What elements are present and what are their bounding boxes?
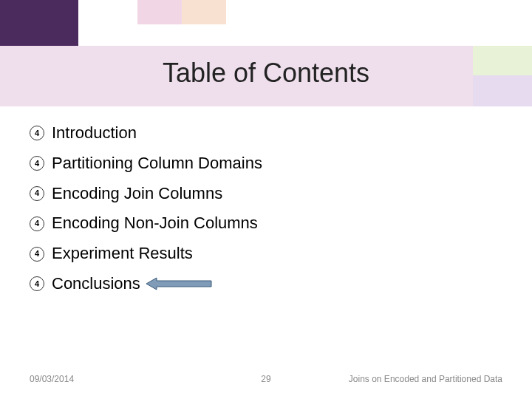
decor-block-purple xyxy=(0,0,78,46)
slide-footer: 09/03/2014 29 Joins on Encoded and Parti… xyxy=(0,374,532,384)
decor-block-peach xyxy=(182,0,226,24)
decor-block-pink xyxy=(137,0,182,24)
list-item: 4 Encoding Non-Join Columns xyxy=(30,208,502,239)
slide: Table of Contents 4 Introduction 4 Parti… xyxy=(0,0,532,399)
list-item-label: Encoding Join Columns xyxy=(52,183,222,205)
bullet-icon: 4 xyxy=(30,276,44,291)
toc-list: 4 Introduction 4 Partitioning Column Dom… xyxy=(30,118,502,299)
bullet-icon: 4 xyxy=(30,247,44,262)
list-item-label: Experiment Results xyxy=(52,242,193,265)
list-item: 4 Partitioning Column Domains xyxy=(30,149,502,179)
list-item-label: Conclusions xyxy=(52,273,140,296)
list-item: 4 Experiment Results xyxy=(30,239,502,269)
footer-page-number: 29 xyxy=(261,374,270,384)
bullet-icon: 4 xyxy=(30,186,44,201)
bullet-icon: 4 xyxy=(30,156,44,171)
highlight-arrow-icon xyxy=(146,276,213,291)
footer-date: 09/03/2014 xyxy=(30,374,74,384)
list-item: 4 Encoding Join Columns xyxy=(30,179,502,209)
list-item: 4 Introduction xyxy=(30,118,502,149)
arrow-shape xyxy=(146,278,211,290)
list-item-label: Encoding Non-Join Columns xyxy=(52,212,258,235)
page-title: Table of Contents xyxy=(0,58,532,89)
bullet-icon: 4 xyxy=(30,216,44,231)
list-item: 4 Conclusions xyxy=(30,269,502,299)
bullet-icon: 4 xyxy=(30,126,44,140)
list-item-label: Introduction xyxy=(52,122,137,145)
footer-title: Joins on Encoded and Partitioned Data xyxy=(349,374,502,384)
list-item-label: Partitioning Column Domains xyxy=(52,152,262,175)
